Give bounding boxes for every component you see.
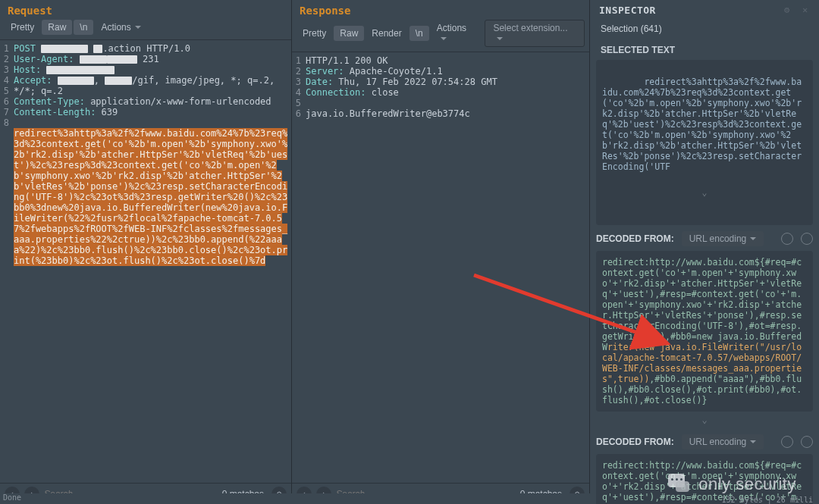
response-editor[interactable]: 123456 HTTP/1.1 200 OKServer: Apache-Coy… [292, 52, 589, 504]
pretty-tab[interactable]: Pretty [5, 20, 40, 35]
newline-tab[interactable]: \n [74, 20, 93, 35]
watermark: only security [668, 474, 796, 495]
response-pane: Response Pretty Raw Render \n Actions Se… [292, 0, 590, 504]
decode-scheme-chip[interactable]: URL encoding [682, 231, 764, 246]
decoded-from-label: DECODED FROM: [596, 437, 674, 447]
inspector-pane: ⚙ ✕ INSPECTOR Selection (641) SELECTED T… [590, 0, 819, 504]
selected-text-block[interactable]: redirect%3ahttp%3a%2f%2fwww.baidu.com%24… [596, 60, 813, 225]
response-viewbar: Pretty Raw Render \n Actions Select exte… [292, 20, 589, 52]
select-extension-dropdown[interactable]: Select extension... [485, 20, 585, 47]
actions-menu[interactable]: Actions [431, 20, 482, 46]
raw-tab[interactable]: Raw [42, 20, 72, 35]
request-code[interactable]: POST .action HTTP/1.0User-Agent: 231Host… [11, 40, 291, 504]
newline-tab[interactable]: \n [410, 26, 429, 41]
gear-icon[interactable]: ⚙ [784, 5, 796, 17]
request-title: Request [0, 0, 291, 20]
selection-count: Selection (641) [596, 22, 813, 40]
request-viewbar: Pretty Raw \n Actions [0, 20, 291, 39]
response-title: Response [292, 0, 589, 20]
request-editor[interactable]: 12345678 POST .action HTTP/1.0User-Agent… [0, 39, 291, 504]
close-icon[interactable]: ✕ [802, 5, 814, 17]
more-icon[interactable] [801, 436, 813, 448]
status-left: Done [3, 493, 21, 504]
actions-menu[interactable]: Actions [95, 20, 146, 35]
selected-text-content: redirect%3ahttp%3a%2f%2fwww.baidu.com%24… [602, 77, 802, 172]
chat-icon [668, 474, 691, 495]
chevron-down-icon[interactable]: ⌄ [596, 412, 813, 428]
raw-tab[interactable]: Raw [334, 26, 364, 41]
statusbar: Done [0, 493, 590, 504]
chevron-down-icon[interactable]: ⌄ [602, 187, 807, 198]
render-tab[interactable]: Render [366, 26, 407, 41]
decoded-block-1[interactable]: redirect:http://www.baidu.com${#req=#con… [596, 251, 813, 412]
more-icon[interactable] [801, 233, 813, 245]
copy-icon[interactable] [781, 233, 793, 245]
watermark-text: only security [698, 474, 796, 494]
pretty-tab[interactable]: Pretty [297, 26, 332, 41]
selected-text-hdr: SELECTED TEXT [596, 40, 813, 60]
decode-scheme-chip[interactable]: URL encoding [682, 434, 764, 449]
status-right: 132 bytes | 26 milli [722, 496, 813, 504]
decoded-from-label: DECODED FROM: [596, 233, 674, 244]
response-gutter: 123456 [292, 52, 303, 504]
response-code[interactable]: HTTP/1.1 200 OKServer: Apache-Coyote/1.1… [303, 52, 589, 504]
copy-icon[interactable] [781, 436, 793, 448]
request-pane: Request Pretty Raw \n Actions 12345678 P… [0, 0, 292, 504]
request-gutter: 12345678 [0, 40, 11, 504]
